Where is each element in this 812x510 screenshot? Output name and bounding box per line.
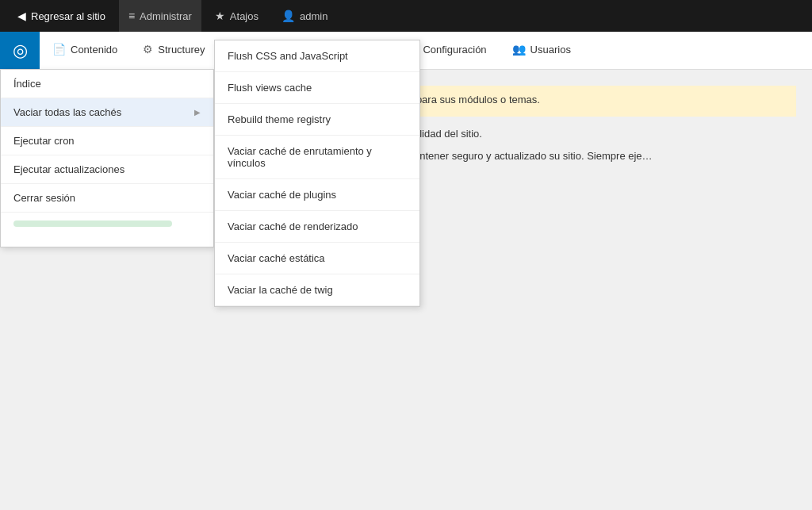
menu-ejecutar-actualizaciones[interactable]: Ejecutar actualizaciones [1, 155, 213, 184]
submenu-vaciar-plugins[interactable]: Vaciar caché de plugins [215, 179, 419, 211]
atajos-btn[interactable]: ★ Atajos [205, 0, 268, 32]
admin-bar: ◀ Regresar al sitio ≡ Administrar ★ Ataj… [0, 0, 812, 32]
submenu-arrow-icon: ▶ [194, 108, 201, 117]
menu-indice[interactable]: Índice [1, 70, 213, 98]
drupal-logo[interactable]: ◎ [0, 32, 40, 69]
hamburger-icon: ≡ [128, 10, 135, 22]
progress-bar [13, 220, 172, 227]
menu-cerrar-sesion[interactable]: Cerrar sesión [1, 184, 213, 213]
structurey-icon: ⚙ [143, 43, 153, 56]
back-icon: ◀ [17, 10, 26, 22]
submenu-rebuild-theme[interactable]: Rebuild theme registry [215, 104, 419, 136]
side-dropdown-menu: Índice Vaciar todas las cachés ▶ Ejecuta… [0, 70, 214, 247]
nav-structurey[interactable]: ⚙ Structurey [130, 32, 217, 69]
submenu-flush-views[interactable]: Flush views cache [215, 72, 419, 104]
submenu-vaciar-enrutamiento[interactable]: Vaciar caché de enrutamiento y vínculos [215, 136, 419, 179]
menu-vaciar-caches[interactable]: Vaciar todas las cachés ▶ [1, 98, 213, 127]
submenu-vaciar-renderizado[interactable]: Vaciar caché de renderizado [215, 211, 419, 243]
nav-contenido[interactable]: 📄 Contenido [40, 32, 130, 69]
user-icon: 👤 [282, 10, 295, 22]
star-icon: ★ [215, 10, 225, 22]
submenu-flush-css[interactable]: Flush CSS and JavaScript [215, 40, 419, 72]
drupal-icon: ◎ [13, 40, 28, 61]
nav-usuarios[interactable]: 👥 Usuarios [500, 32, 584, 69]
cache-submenu: Flush CSS and JavaScript Flush views cac… [214, 40, 420, 307]
menu-ejecutar-cron[interactable]: Ejecutar cron [1, 127, 213, 155]
contenido-icon: 📄 [52, 43, 66, 56]
admin-menu-btn[interactable]: ≡ Administrar [119, 0, 201, 32]
usuarios-icon: 👥 [512, 43, 526, 56]
back-to-site-btn[interactable]: ◀ Regresar al sitio [8, 0, 115, 32]
submenu-vaciar-twig[interactable]: Vaciar la caché de twig [215, 274, 419, 306]
submenu-vaciar-estatica[interactable]: Vaciar caché estática [215, 243, 419, 274]
user-btn[interactable]: 👤 admin [272, 0, 337, 32]
